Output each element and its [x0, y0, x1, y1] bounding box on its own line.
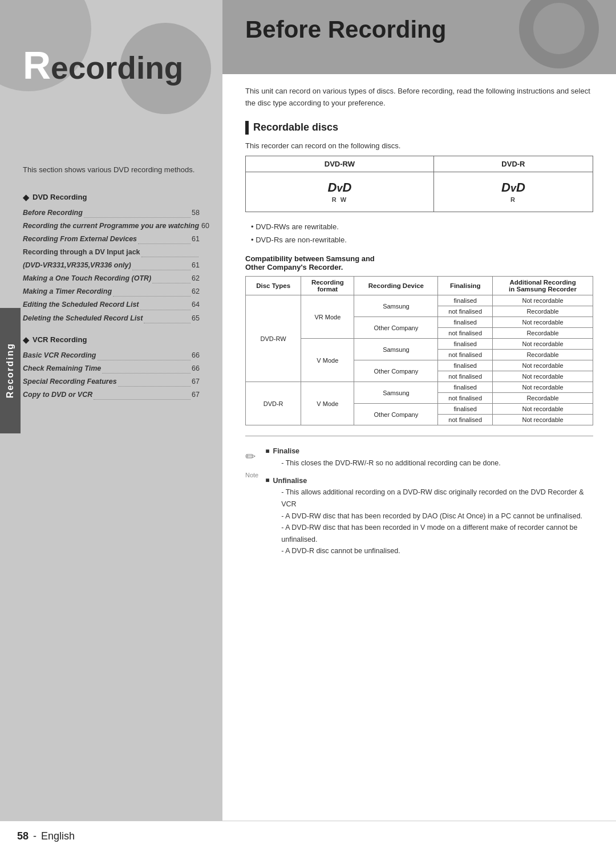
fin-3: finalised: [438, 317, 493, 328]
recordable-discs-heading: Recordable discs: [245, 121, 593, 135]
toc-dvd-header: ◆ DVD Recording: [23, 193, 200, 202]
format-v: V Mode: [301, 339, 354, 382]
toc-vcr-label: VCR Recording: [33, 335, 87, 344]
note-label: Note: [245, 470, 258, 480]
toc-item-delete-scheduled: Deleting the Scheduled Record List 65: [23, 312, 200, 325]
toc-item-copy: Copy to DVD or VCR 67: [23, 388, 200, 401]
fin-8: not finalised: [438, 371, 493, 382]
toc-vcr-header: ◆ VCR Recording: [23, 335, 200, 344]
toc-item-external: Recording From External Devices 61: [23, 233, 200, 246]
col-recording-device: Recording Device: [354, 277, 438, 295]
add-1: Not recordable: [493, 295, 593, 306]
device-samsung-1: Samsung: [354, 295, 438, 317]
dvd-rw-sub: R W: [332, 196, 347, 203]
dvd-type-table: DVD-RW DVD-R DvD R W DvD R: [245, 156, 593, 212]
unfinalise-body: This allows additional recording on a DV…: [265, 486, 593, 557]
finalise-body: This closes the DVD-RW/-R so no addition…: [265, 457, 593, 469]
device-samsung-2: Samsung: [354, 339, 438, 360]
add-3: Not recordable: [493, 317, 593, 328]
device-other-1: Other Company: [354, 317, 438, 339]
fin-11: finalised: [438, 404, 493, 415]
toc-item-remaining: Check Remaining Time 66: [23, 362, 200, 375]
add-8: Not recordable: [493, 371, 593, 382]
add-6: Recordable: [493, 350, 593, 360]
col-finalising: Finalising: [438, 277, 493, 295]
add-11: Not recordable: [493, 404, 593, 415]
fin-1: finalised: [438, 295, 493, 306]
disc-dvdrw: DVD-RW: [246, 295, 301, 382]
toc-section: ◆ DVD Recording Before Recording 58 Reco…: [17, 193, 205, 804]
page-footer: 58 - English: [0, 821, 616, 848]
col-disc-types: Disc Types: [246, 277, 301, 295]
fin-9: finalised: [438, 382, 493, 393]
unfinalise-item-2: A DVD-RW disc that has been recorded by …: [274, 510, 593, 522]
right-content: This unit can record on various types of…: [222, 74, 616, 574]
fin-10: not finalised: [438, 393, 493, 404]
intro-text: This unit can record on various types of…: [245, 86, 593, 109]
compat-row-9: DVD-R V Mode Samsung finalised Not recor…: [246, 382, 593, 393]
note-pencil-icon: ✏: [245, 447, 258, 467]
fin-5: finalised: [438, 339, 493, 350]
disc-bullet-list: DVD-RWs are rewritable. DVD-Rs are non-r…: [245, 220, 593, 247]
dvd-r-header: DVD-R: [433, 156, 593, 172]
toc-item-edit-scheduled: Editing the Scheduled Record List 64: [23, 298, 200, 311]
format-vr: VR Mode: [301, 295, 354, 339]
toc-item-recording-current: Recording the current Programme you are …: [23, 220, 200, 233]
compat-row-1: DVD-RW VR Mode Samsung finalised Not rec…: [246, 295, 593, 306]
toc-item-basic-vcr: Basic VCR Recording 66: [23, 349, 200, 362]
heading-bar: [245, 121, 249, 135]
add-7: Not recordable: [493, 360, 593, 371]
right-column: Before Recording This unit can record on…: [222, 0, 616, 821]
page-number-box: 58 - English: [17, 830, 75, 842]
device-other-2: Other Company: [354, 360, 438, 382]
add-4: Recordable: [493, 328, 593, 339]
device-other-3: Other Company: [354, 404, 438, 425]
toc-item-dvd-models: (DVD-VR331,VR335,VR336 only) 61: [23, 259, 200, 272]
dvd-rw-logo: DvD: [252, 180, 428, 195]
unfinalise-item-3: A DVD-RW disc that has been recorded in …: [274, 522, 593, 545]
language-label: English: [41, 830, 75, 842]
disc-dvdr: DVD-R: [246, 382, 301, 425]
device-samsung-3: Samsung: [354, 382, 438, 404]
before-recording-header: Before Recording: [222, 0, 616, 74]
dvd-r-logo-cell: DvD R: [433, 172, 593, 212]
bullet-non-rewritable: DVD-Rs are non-rewritable.: [245, 233, 593, 246]
unfinalise-item-1: This allows additional recording on a DV…: [274, 486, 593, 510]
note-icon-area: ✏ Note: [245, 445, 258, 563]
add-10: Recordable: [493, 393, 593, 404]
toc-vcr-items: Basic VCR Recording 66 Check Remaining T…: [23, 349, 200, 402]
vertical-tab-label: Recording: [5, 343, 15, 398]
toc-item-otr: Making a One Touch Recording (OTR) 62: [23, 272, 200, 285]
bullet-rewritable: DVD-RWs are rewritable.: [245, 220, 593, 233]
compatibility-table: Disc Types Recordingformat Recording Dev…: [245, 276, 593, 425]
dvd-rw-logo-cell: DvD R W: [246, 172, 434, 212]
divider: [245, 436, 593, 436]
toc-dvd-label: DVD Recording: [33, 193, 87, 201]
toc-dvd-items: Before Recording 58 Recording the curren…: [23, 206, 200, 325]
unfinalise-item-4: A DVD-R disc cannot be unfinalised.: [274, 545, 593, 557]
vertical-tab: Recording: [0, 308, 21, 433]
compat-heading: Compatibility between Samsung andOther C…: [245, 254, 593, 271]
unfinalise-title: Unfinalise: [265, 475, 593, 487]
diamond-icon: ◆: [23, 193, 29, 202]
page-wrapper: Recording This section shows various DVD…: [0, 0, 616, 821]
finalise-note: Finalise This closes the DVD-RW/-R so no…: [265, 445, 593, 469]
add-12: Not recordable: [493, 415, 593, 425]
title-big-r: R: [23, 43, 51, 87]
dvd-r-logo: DvD: [440, 180, 587, 195]
unfinalise-note: Unfinalise This allows additional record…: [265, 475, 593, 557]
fin-2: not finalised: [438, 306, 493, 317]
section-title: Recording: [23, 46, 205, 84]
toc-item-before-recording: Before Recording 58: [23, 206, 200, 220]
note-content: Finalise This closes the DVD-RW/-R so no…: [265, 445, 593, 563]
note-section: ✏ Note Finalise This closes the DVD-RW/-…: [245, 445, 593, 563]
col-recording-format: Recordingformat: [301, 277, 354, 295]
left-description: This section shows various DVD recording…: [17, 164, 205, 176]
finalise-body-text: This closes the DVD-RW/-R so no addition…: [274, 457, 593, 469]
page-language: -: [33, 830, 37, 842]
left-column: Recording This section shows various DVD…: [0, 0, 222, 821]
page-number: 58: [17, 830, 29, 842]
toc-item-special: Special Recording Features 67: [23, 375, 200, 388]
format-v2: V Mode: [301, 382, 354, 425]
fin-4: not finalised: [438, 328, 493, 339]
